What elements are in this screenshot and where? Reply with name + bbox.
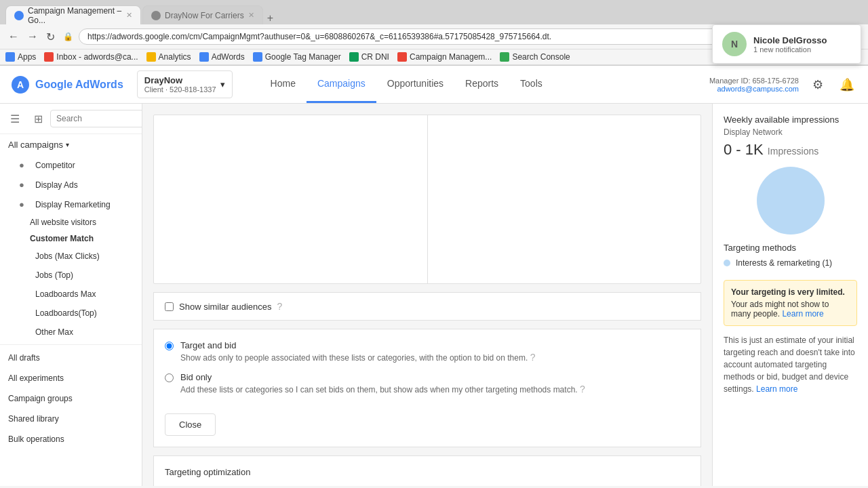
empty-right-panel [428,115,701,283]
logo-text: Google AdWords [35,79,123,91]
apps-icon [5,52,15,62]
target-and-bid-help-icon[interactable]: ? [530,352,536,363]
all-website-visitors-label: All website visitors [30,218,96,227]
reload-button[interactable]: ↻ [43,29,58,45]
notification-text: Nicole DelGrosso 1 new notification [753,35,827,54]
empty-content-panel [153,115,701,284]
bookmark-gtm-label: Google Tag Manager [265,52,341,62]
target-and-bid-radio[interactable] [165,342,174,350]
estimate-text: This is just an estimate of your initial… [724,334,857,395]
sidebar-item-jobs-max-clicks[interactable]: Jobs (Max Clicks) [0,247,142,266]
main-layout: ☰ ⊞ « All campaigns ▾ ● Competitor ● Dis… [0,104,868,486]
bid-only-content: Bid only Add these lists or categories s… [180,372,585,394]
sidebar-icon-1[interactable]: ☰ [5,109,24,128]
similar-audiences-help-icon[interactable]: ? [277,301,283,312]
display-ads-icon: ● [19,180,30,190]
forward-button[interactable]: → [24,29,41,44]
nav-opportunities[interactable]: Opportunities [376,66,454,103]
sidebar-item-label-loadboards-top: Loadboards(Top) [35,308,97,318]
content-area: Show similar audiences ? Target and bid … [142,104,868,486]
estimate-learn-more-link[interactable]: Learn more [756,384,797,394]
sidebar-all-drafts[interactable]: All drafts [0,348,142,368]
account-name: DrayNow [144,75,216,85]
bid-only-desc-text: Add these lists or categories so I can s… [180,385,578,394]
sidebar-all-experiments[interactable]: All experiments [0,368,142,388]
show-similar-audiences-checkbox[interactable] [165,302,174,311]
auto-find-customers-label[interactable]: Let AdWords automatically find new custo… [165,485,690,486]
nav-reports[interactable]: Reports [454,66,509,103]
sidebar-search-input[interactable] [50,110,142,127]
show-similar-audiences-text: Show similar audiences [179,302,272,312]
logo-area: A Google AdWords [11,75,123,94]
close-tab-active[interactable]: ✕ [126,11,132,20]
new-tab-button[interactable]: + [264,12,276,24]
bookmark-gtm[interactable]: Google Tag Manager [253,52,341,62]
inbox-icon [44,52,54,62]
nav-tools[interactable]: Tools [509,66,553,103]
campaign-icon [397,52,407,62]
method-dot-0 [724,260,730,266]
bookmark-crdni[interactable]: CR DNI [349,52,389,62]
sidebar-sub-all-website-visitors[interactable]: All website visitors [0,214,142,230]
sidebar-item-competitor[interactable]: ● Competitor [0,155,142,175]
target-and-bid-label: Target and bid [180,340,535,350]
back-button[interactable]: ← [5,29,22,44]
all-campaigns-header[interactable]: All campaigns ▾ [0,134,142,155]
target-and-bid-desc: Show ads only to people associated with … [180,352,535,363]
warning-learn-more-link[interactable]: Learn more [782,309,823,319]
bookmark-apps-label: Apps [18,52,36,62]
sidebar-campaign-groups[interactable]: Campaign groups [0,388,142,409]
app-container: A Google AdWords DrayNow Client · 520-81… [0,66,868,486]
bookmark-campaign-label: Campaign Managem... [410,52,492,62]
sidebar-item-jobs-top[interactable]: Jobs (Top) [0,266,142,285]
warning-title: Your targeting is very limited. [731,287,850,297]
warning-box: Your targeting is very limited. Your ads… [724,280,857,326]
tab-inactive[interactable]: DrayNow For Carriers ✕ [142,5,263,24]
nav-home[interactable]: Home [260,66,307,103]
adwords-logo-icon: A [11,75,30,94]
all-campaigns-label: All campaigns [8,140,63,150]
right-panel-sub: Display Network [724,127,857,137]
tab-favicon-draynow [151,11,161,20]
nav-links: Home Campaigns Opportunities Reports Too… [260,66,553,103]
bookmark-adwords[interactable]: AdWords [199,52,245,62]
crdni-icon [349,52,359,62]
sidebar-bulk-operations[interactable]: Bulk operations [0,429,142,449]
competitor-icon: ● [19,160,30,170]
bookmark-apps[interactable]: Apps [5,52,36,62]
targeting-methods-title: Targeting methods [724,243,857,253]
bookmark-inbox-label: Inbox - adwords@ca... [56,52,138,62]
show-similar-audiences-label[interactable]: Show similar audiences [165,302,272,312]
sidebar-sub-customer-match[interactable]: Customer Match [0,230,142,247]
account-selector[interactable]: DrayNow Client · 520-818-1337 ▾ [137,70,233,98]
bookmark-campaign[interactable]: Campaign Managem... [397,52,492,62]
sidebar-item-display-ads[interactable]: ● Display Ads [0,175,142,195]
bookmark-inbox[interactable]: Inbox - adwords@ca... [44,52,138,62]
close-tab-inactive[interactable]: ✕ [248,11,254,20]
bid-only-desc: Add these lists or categories so I can s… [180,384,585,394]
bid-only-radio[interactable] [165,373,174,382]
sidebar-item-display-remarketing[interactable]: ● Display Remarketing [0,195,142,214]
sidebar-item-other-max[interactable]: Other Max [0,323,142,342]
pie-chart [757,167,825,235]
close-button[interactable]: Close [165,413,216,436]
tab-label-inactive: DrayNow For Carriers [165,11,244,20]
account-info: DrayNow Client · 520-818-1337 [144,75,216,94]
sidebar-shared-library[interactable]: Shared library [0,409,142,429]
bookmark-console[interactable]: Search Console [500,52,570,62]
sidebar-item-label-display-ads: Display Ads [35,180,78,190]
sidebar-item-label-display-remarketing: Display Remarketing [35,200,111,209]
bookmark-console-label: Search Console [512,52,570,62]
sidebar-item-loadboards-max[interactable]: Loadboards Max [0,285,142,304]
bid-only-help-icon[interactable]: ? [580,384,585,394]
settings-button[interactable]: ⚙ [810,75,826,95]
nav-campaigns[interactable]: Campaigns [307,66,376,103]
tab-active[interactable]: Campaign Management – Go... ✕ [5,5,141,24]
sidebar-item-loadboards-top[interactable]: Loadboards(Top) [0,304,142,323]
sidebar-icon-2[interactable]: ⊞ [28,109,47,128]
notifications-button[interactable]: 🔔 [837,75,857,95]
manager-email: adwords@campusc.com [709,85,799,93]
method-label-0: Interests & remarketing (1) [736,258,832,268]
manager-info: Manager ID: 658-175-6728 adwords@campusc… [709,77,799,93]
bookmark-analytics[interactable]: Analytics [146,52,191,62]
